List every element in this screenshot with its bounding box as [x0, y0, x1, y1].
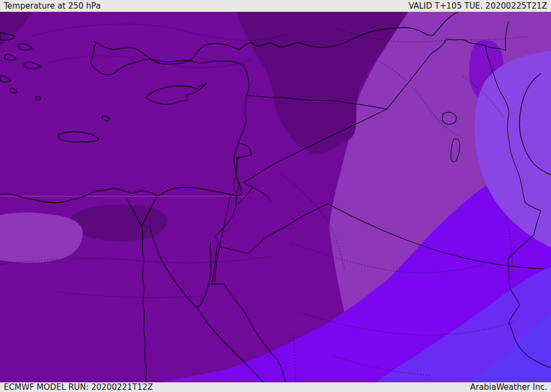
- footer-bar: ECMWF MODEL RUN: 20200221T12Z ArabiaWeat…: [0, 382, 551, 392]
- attribution-label: ArabiaWeather Inc.: [470, 382, 547, 392]
- page-title: Temperature at 250 hPa: [4, 1, 101, 11]
- weather-map: [0, 12, 551, 382]
- valid-time-label: VALID T+105 TUE. 20200225T21Z: [408, 1, 547, 11]
- header-bar: Temperature at 250 hPa VALID T+105 TUE. …: [0, 0, 551, 12]
- temperature-fill-layer: [0, 12, 551, 382]
- weather-map-page: Temperature at 250 hPa VALID T+105 TUE. …: [0, 0, 551, 392]
- model-run-label: ECMWF MODEL RUN: 20200221T12Z: [4, 382, 153, 392]
